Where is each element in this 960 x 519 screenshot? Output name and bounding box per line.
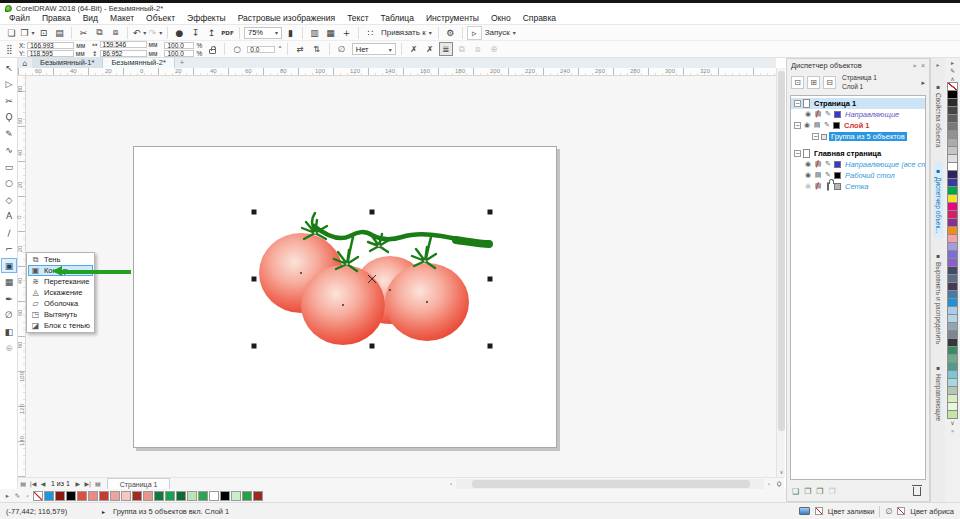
printer-icon[interactable]: ▤ — [814, 182, 822, 191]
show-guidelines-button[interactable]: + — [339, 26, 354, 40]
clear-fill-eyedropper-button[interactable]: ✗ — [407, 42, 421, 56]
palette-expand[interactable]: » — [951, 427, 955, 435]
new-master-layer-all-button[interactable]: ❐ — [804, 487, 811, 496]
launch-dropdown[interactable]: Запуск▾ — [483, 28, 518, 37]
dimension-tool[interactable]: ∕ — [1, 225, 17, 240]
mirror-horizontal-button[interactable]: ⇄ — [293, 42, 307, 56]
export-button[interactable]: ↥ — [204, 26, 219, 40]
layer-color-swatch[interactable] — [833, 122, 840, 129]
document-palette-swatch[interactable] — [176, 491, 186, 501]
page-list-button[interactable]: ▤ — [18, 480, 28, 487]
horizontal-scrollbar[interactable] — [456, 479, 764, 489]
new-master-layer-odd-button[interactable]: ❐ — [816, 487, 823, 496]
vertical-scrollbar-thumb[interactable] — [778, 71, 785, 431]
menu-edit[interactable]: Правка — [36, 13, 77, 24]
tab-object-manager[interactable]: ▪Диспетчер объек... — [934, 162, 943, 239]
new-document-tab-button[interactable]: + — [175, 58, 189, 68]
pencil-icon[interactable]: ✎ — [823, 121, 831, 130]
new-document-button[interactable]: ❏ — [4, 26, 19, 40]
import-button[interactable]: ↧ — [188, 26, 203, 40]
scroll-left-arrow[interactable]: ‹ — [446, 480, 456, 487]
eye-icon[interactable]: ◉ — [803, 121, 811, 130]
document-palette-swatch[interactable] — [66, 491, 76, 501]
artistic-media-tool[interactable]: ∿ — [1, 143, 17, 158]
document-color-settings-icon[interactable] — [799, 507, 810, 515]
printer-icon[interactable]: ▤ — [814, 160, 822, 169]
group-objects-button[interactable]: ⧉ — [455, 42, 469, 56]
edit-across-layers-button[interactable]: ⊞ — [807, 76, 820, 89]
delete-layer-button[interactable] — [913, 487, 921, 496]
document-palette-swatch[interactable] — [110, 491, 120, 501]
scale-x-field[interactable] — [164, 42, 194, 49]
save-button[interactable]: ⊡ — [36, 26, 51, 40]
document-tab-1[interactable]: Безымянный-1* — [32, 58, 103, 68]
print-button[interactable]: ▤ — [52, 26, 67, 40]
snap-icon-button[interactable]: ∷ — [363, 26, 378, 40]
drawing-canvas[interactable] — [26, 76, 776, 477]
corner-zoom-icon[interactable]: Ϙ — [774, 480, 784, 487]
object-width-field[interactable] — [100, 41, 147, 48]
printer-icon[interactable]: ▤ — [814, 171, 822, 180]
group-of-5-objects-row[interactable]: −Группа из 5 объектов — [791, 131, 925, 142]
fill-color-swatch[interactable] — [815, 507, 823, 515]
flyout-item-extrude[interactable]: ◳Вытянуть — [28, 309, 93, 320]
pick-tool[interactable]: ↖ — [1, 60, 17, 75]
layer-color-swatch[interactable] — [834, 161, 841, 168]
palette-scroll-down[interactable]: ∨ — [950, 419, 954, 427]
add-tools-button[interactable]: ⊕ — [1, 341, 17, 356]
page-1-row[interactable]: −Страница 1 — [791, 98, 925, 109]
master-guides-row[interactable]: ◉▤✎Направляющие (все страницы) — [791, 159, 925, 170]
document-palette-swatch[interactable] — [187, 491, 197, 501]
polygon-tool[interactable]: ◇ — [1, 192, 17, 207]
desktop-layer-row[interactable]: ◉▤✎Рабочий стол — [791, 170, 925, 181]
expander-icon[interactable]: − — [794, 100, 801, 107]
flyout-item-envelope[interactable]: ▱Оболочка — [28, 298, 93, 309]
doc-palette-flyout-icon[interactable]: ▸ — [3, 492, 12, 500]
document-palette-swatch[interactable] — [198, 491, 208, 501]
new-layer-button[interactable]: ❏ — [792, 487, 799, 496]
menu-file[interactable]: Файл — [3, 13, 36, 24]
first-page-button[interactable]: |◀ — [28, 480, 38, 487]
welcome-tab-button[interactable]: ⌂ — [18, 58, 32, 68]
flyout-item-block-shadow[interactable]: ◪Блок с тенью — [28, 320, 93, 331]
menu-effects[interactable]: Эффекты — [181, 13, 232, 24]
object-height-field[interactable] — [100, 50, 147, 57]
ungroup-objects-button[interactable]: ⧈ — [471, 42, 485, 56]
launch-icon-button[interactable]: ▹ — [467, 26, 482, 40]
document-palette-swatch[interactable] — [121, 491, 131, 501]
open-button[interactable]: ❐▾ — [20, 26, 35, 40]
no-color-swatch[interactable] — [33, 491, 43, 501]
page-tab[interactable]: Страница 1 — [107, 478, 171, 489]
document-palette-swatch[interactable] — [44, 491, 54, 501]
clear-outline-eyedropper-button[interactable]: ✗ — [423, 42, 437, 56]
printer-icon[interactable]: ▤ — [813, 121, 821, 130]
layer-color-swatch[interactable] — [834, 111, 841, 118]
eye-icon[interactable]: ◉ — [804, 182, 812, 191]
document-palette-swatch[interactable] — [143, 491, 153, 501]
connector-tool[interactable]: ⌐ — [1, 242, 17, 257]
menu-bitmaps[interactable]: Растровые изображения — [232, 13, 341, 24]
flyout-item-distort[interactable]: ◬Искажение — [28, 287, 93, 298]
transparency-tool[interactable]: ▦ — [1, 275, 17, 290]
document-palette-swatch[interactable] — [88, 491, 98, 501]
rectangle-tool[interactable]: ▭ — [1, 159, 17, 174]
document-palette-swatch[interactable] — [220, 491, 230, 501]
docker-close-button[interactable]: × — [921, 62, 925, 69]
options-button[interactable]: ⚙ — [443, 26, 458, 40]
x-position-field[interactable] — [27, 42, 74, 49]
document-palette-swatch[interactable] — [209, 491, 219, 501]
scroll-right-arrow[interactable]: › — [764, 480, 774, 487]
eye-icon[interactable]: ◉ — [804, 160, 812, 169]
docker-flyout-button[interactable]: » — [913, 62, 917, 70]
document-palette-swatch[interactable] — [242, 491, 252, 501]
outline-color-swatch[interactable] — [897, 507, 905, 515]
menu-tools[interactable]: Инструменты — [420, 13, 485, 24]
layer-color-swatch[interactable] — [834, 172, 841, 179]
shape-tool[interactable]: ▷ — [1, 77, 17, 92]
palette-flyout-icon[interactable]: ▸ — [951, 59, 954, 67]
expander-icon[interactable]: − — [812, 133, 819, 140]
text-tool[interactable]: A — [1, 209, 17, 224]
menu-layout[interactable]: Макет — [104, 13, 140, 24]
status-expand-button[interactable]: ▸ — [102, 508, 105, 515]
zoom-tool[interactable]: Ϙ — [1, 110, 17, 125]
